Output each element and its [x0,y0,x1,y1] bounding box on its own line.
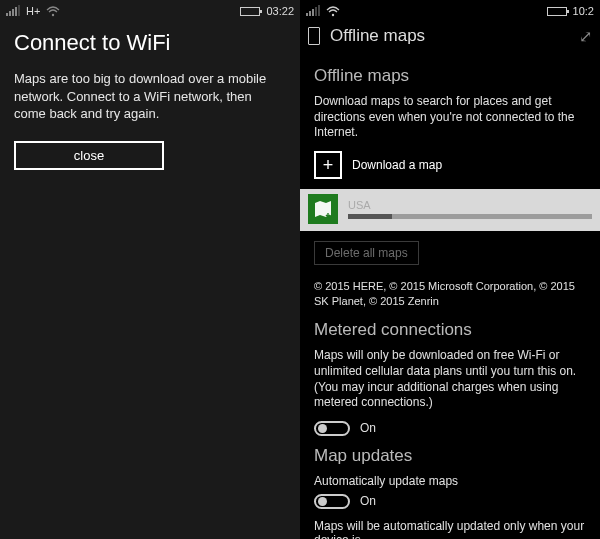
status-bar: 10:2 [300,0,600,22]
download-map-label: Download a map [352,158,442,172]
metered-toggle[interactable] [314,421,350,436]
pin-icon[interactable]: ⤢ [579,27,592,46]
section-offline-title: Offline maps [314,66,586,86]
data-indicator: H+ [26,5,40,17]
map-item-name: USA [348,199,592,211]
copyright-text: © 2015 HERE, © 2015 Microsoft Corporatio… [314,279,586,309]
phone-left-dialog: H+ 03:22 Connect to WiFi Maps are too bi… [0,0,300,539]
map-item-row[interactable]: USA [300,189,600,231]
dialog-title: Connect to WiFi [14,30,286,56]
auto-update-toggle[interactable] [314,494,350,509]
page-header: Offline maps ⤢ [300,22,600,50]
section-updates-title: Map updates [314,446,586,466]
download-progress-fill [348,214,392,219]
status-bar: H+ 03:22 [0,0,300,22]
download-map-button[interactable]: + Download a map [314,151,586,179]
auto-update-label: Automatically update maps [314,474,586,488]
download-progress [348,214,592,219]
updates-desc-cut: Maps will be automatically updated only … [314,519,586,539]
signal-icon [6,6,20,16]
section-metered-desc: Maps will only be downloaded on free Wi-… [314,348,586,410]
clock: 10:2 [573,5,594,17]
signal-icon [306,6,320,16]
delete-all-maps-button[interactable]: Delete all maps [314,241,419,265]
close-button[interactable]: close [14,141,164,170]
metered-toggle-label: On [360,421,376,435]
device-icon [308,27,320,45]
clock: 03:22 [266,5,294,17]
battery-icon [240,7,260,16]
wifi-icon [46,6,60,17]
page-title: Offline maps [330,26,425,46]
section-offline-desc: Download maps to search for places and g… [314,94,586,141]
map-icon [308,194,338,224]
svg-point-0 [52,13,54,15]
svg-point-1 [332,13,334,15]
battery-icon [547,7,567,16]
auto-update-toggle-label: On [360,494,376,508]
section-metered-title: Metered connections [314,320,586,340]
phone-right-settings: 10:2 Offline maps ⤢ Offline maps Downloa… [300,0,600,539]
wifi-icon [326,6,340,17]
dialog-message: Maps are too big to download over a mobi… [14,70,286,123]
plus-icon: + [314,151,342,179]
